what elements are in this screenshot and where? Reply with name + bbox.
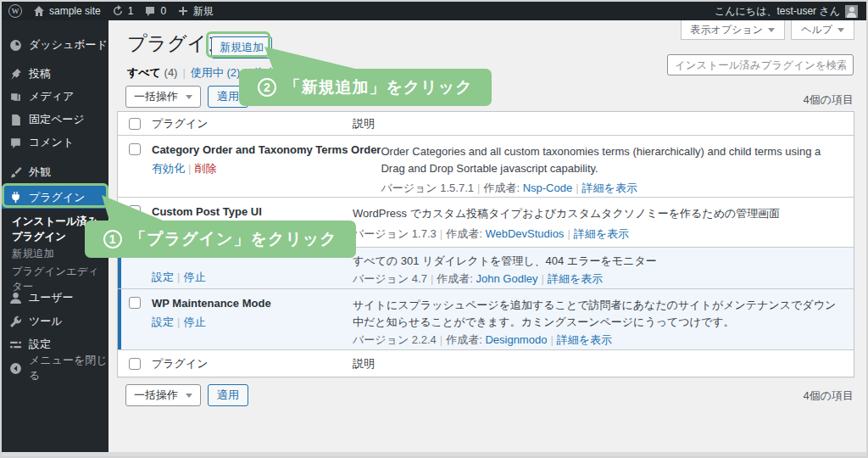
annotation-step2-bubble: 2 「新規追加」をクリック xyxy=(239,69,492,106)
comments-link[interactable]: 0 xyxy=(144,5,166,17)
author-prefix: 作成者: xyxy=(483,182,520,194)
deactivate-link[interactable]: 停止 xyxy=(183,271,205,283)
deactivate-link[interactable]: 停止 xyxy=(183,316,205,328)
bulk-action-label: 一括操作 xyxy=(134,388,178,403)
separator: | xyxy=(542,272,544,285)
separator: | xyxy=(440,333,442,346)
dashboard-icon xyxy=(9,39,22,52)
bottom-strip xyxy=(2,452,866,456)
row-checkbox[interactable] xyxy=(129,143,141,155)
chevron-down-icon xyxy=(768,28,775,32)
sidebar-item-posts[interactable]: 投稿 xyxy=(2,63,108,85)
select-all-checkbox[interactable] xyxy=(129,358,141,370)
sidebar-item-media[interactable]: メディア xyxy=(2,86,108,108)
table-footer-row: プラグイン 説明 xyxy=(118,350,854,377)
help-button[interactable]: ヘルプ xyxy=(791,20,854,40)
plugin-description: WordPress でカスタム投稿タイプおよびカスタムタクソノミーを作るための管… xyxy=(353,205,843,222)
comment-count: 0 xyxy=(160,5,166,17)
author-link[interactable]: Designmodo xyxy=(485,333,547,346)
help-label: ヘルプ xyxy=(801,23,832,37)
activate-link[interactable]: 有効化 xyxy=(152,162,185,175)
row-checkbox[interactable] xyxy=(129,297,141,309)
step-number-badge: 1 xyxy=(103,230,122,249)
sidebar-item-label: メニューを閉じる xyxy=(29,353,108,383)
sidebar-item-pages[interactable]: 固定ページ xyxy=(2,109,108,131)
author-prefix: 作成者: xyxy=(446,333,482,346)
view-details-link[interactable]: 詳細を表示 xyxy=(557,333,612,346)
sidebar-item-label: 外観 xyxy=(29,165,51,180)
separator: | xyxy=(182,66,185,79)
site-name: sample site xyxy=(49,5,101,17)
sidebar-item-label: プラグイン xyxy=(29,190,86,205)
step-number-badge: 2 xyxy=(258,78,276,97)
plugin-version: バージョン 4.7 xyxy=(353,272,427,285)
pages-icon xyxy=(9,114,22,126)
item-count: 4個の項目 xyxy=(803,92,854,108)
collapse-menu-button[interactable]: メニューを閉じる xyxy=(2,357,108,379)
sidebar-item-label: ダッシュボード xyxy=(29,37,108,53)
table-row: WP Maintenance Mode 設定|停止 サイトにスプラッシュページを… xyxy=(118,289,854,350)
bulk-action-select[interactable]: 一括操作 xyxy=(125,384,201,406)
brush-icon xyxy=(9,166,22,179)
admin-bar: W sample site 1 0 新規 こんにちは、test-user さん xyxy=(2,2,866,20)
sidebar-item-label: ツール xyxy=(29,314,63,329)
bulk-action-label: 一括操作 xyxy=(134,89,178,104)
separator: | xyxy=(188,162,191,175)
select-all-checkbox[interactable] xyxy=(129,118,141,130)
separator: | xyxy=(431,272,433,285)
settings-link[interactable]: 設定 xyxy=(152,316,174,328)
chevron-down-icon xyxy=(186,394,192,398)
collapse-arrow-icon xyxy=(9,362,22,375)
updates-link[interactable]: 1 xyxy=(112,5,134,17)
table-row: Category Order and Taxonomy Terms Order … xyxy=(118,136,854,198)
sidebar-item-comments[interactable]: コメント xyxy=(2,131,108,154)
author-prefix: 作成者: xyxy=(446,227,482,240)
updates-icon xyxy=(112,5,124,17)
annotation-step1-bubble: 1 「プラグイン」をクリック xyxy=(85,221,356,258)
sliders-icon xyxy=(9,338,22,351)
separator: | xyxy=(576,182,578,194)
new-label: 新規 xyxy=(193,4,214,19)
row-checkbox[interactable] xyxy=(129,205,141,217)
wordpress-admin-screen: W sample site 1 0 新規 こんにちは、test-user さん xyxy=(0,0,868,458)
apply-button[interactable]: 適用 xyxy=(208,384,248,406)
wrench-icon xyxy=(9,316,22,328)
plugin-name: Category Order and Taxonomy Terms Order xyxy=(152,143,381,156)
plugin-version: バージョン 1.7.3 xyxy=(353,227,437,240)
plugin-version: バージョン 2.2.4 xyxy=(353,333,437,346)
sidebar-item-label: 固定ページ xyxy=(29,112,85,127)
author-link[interactable]: WebDevStudios xyxy=(485,227,564,240)
update-count: 1 xyxy=(128,5,134,17)
annotation-text: 「新規追加」をクリック xyxy=(284,76,472,98)
view-details-link[interactable]: 詳細を表示 xyxy=(548,272,603,285)
bulk-actions-bottom: 一括操作 適用 xyxy=(125,384,248,406)
table-header-row: プラグイン 説明 xyxy=(118,112,854,136)
search-installed-plugins-input[interactable] xyxy=(667,54,854,75)
view-details-link[interactable]: 詳細を表示 xyxy=(582,182,637,194)
column-header-plugin[interactable]: プラグイン xyxy=(152,116,353,131)
filter-active[interactable]: 使用中 (2) xyxy=(191,66,241,79)
view-details-link[interactable]: 詳細を表示 xyxy=(574,227,629,240)
sidebar-item-tools[interactable]: ツール xyxy=(2,310,108,332)
sidebar-item-plugins[interactable]: プラグイン xyxy=(2,186,108,209)
filter-all[interactable]: すべて (4) xyxy=(127,66,177,79)
sidebar-item-users[interactable]: ユーザー xyxy=(2,287,108,309)
avatar[interactable] xyxy=(845,5,858,18)
site-name-link[interactable]: sample site xyxy=(33,5,101,17)
wordpress-logo-icon[interactable]: W xyxy=(8,4,22,18)
author-link[interactable]: John Godley xyxy=(476,272,538,285)
author-link[interactable]: Nsp-Code xyxy=(523,182,573,194)
sidebar-item-label: 設定 xyxy=(29,337,51,352)
delete-link[interactable]: 削除 xyxy=(194,162,216,175)
comment-icon xyxy=(144,5,156,17)
plugin-version: バージョン 1.5.7.1 xyxy=(381,182,474,194)
settings-link[interactable]: 設定 xyxy=(152,271,174,283)
sidebar-item-dashboard[interactable]: ダッシュボード xyxy=(2,34,108,56)
new-content-link[interactable]: 新規 xyxy=(177,4,214,19)
bulk-action-select[interactable]: 一括操作 xyxy=(125,86,201,108)
sidebar-item-appearance[interactable]: 外観 xyxy=(2,161,108,183)
add-new-plugin-button[interactable]: 新規追加 xyxy=(211,36,272,59)
user-greeting[interactable]: こんにちは、test-user さん xyxy=(715,4,840,19)
screen-options-button[interactable]: 表示オプション xyxy=(681,20,785,40)
comment-icon xyxy=(9,137,22,149)
